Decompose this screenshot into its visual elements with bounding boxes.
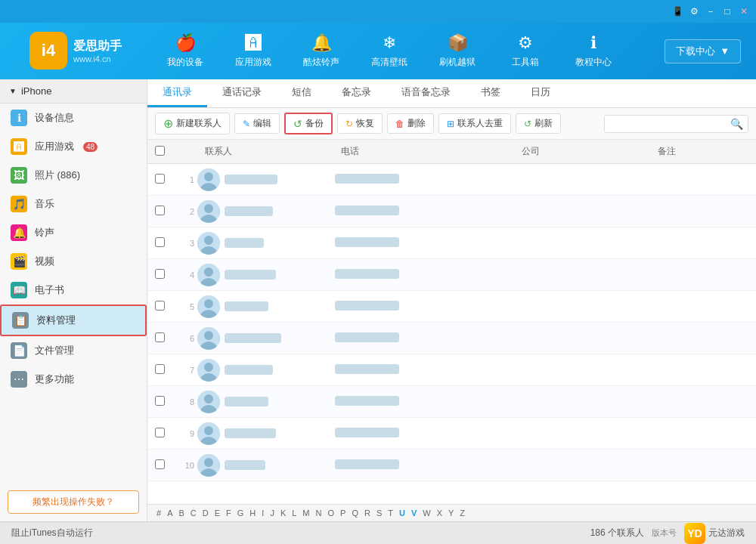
sidebar-item-apps[interactable]: 🅰 应用游戏48 [0, 132, 147, 161]
sidebar-item-device-info[interactable]: ℹ 设备信息 [0, 104, 147, 132]
sidebar-item-music[interactable]: 🎵 音乐 [0, 190, 147, 218]
sidebar-item-file-mgmt[interactable]: 📄 文件管理 [0, 336, 147, 365]
tab-sms[interactable]: 短信 [277, 79, 327, 107]
row-checkbox[interactable] [155, 459, 165, 469]
search-input[interactable] [609, 119, 730, 129]
alpha-W[interactable]: W [421, 508, 432, 518]
alpha-F[interactable]: F [225, 508, 233, 518]
contact-phone [335, 364, 399, 374]
alpha-I[interactable]: I [260, 508, 265, 518]
tab-voice-memo[interactable]: 语音备忘录 [386, 79, 466, 107]
row-name-col [197, 295, 335, 318]
tab-notes[interactable]: 备忘录 [327, 79, 386, 107]
alpha-N[interactable]: N [314, 508, 324, 518]
alpha-U[interactable]: U [398, 508, 407, 518]
alpha-G[interactable]: G [236, 508, 246, 518]
alpha-Z[interactable]: Z [458, 508, 466, 518]
dedup-button[interactable]: ⊞ 联系人去重 [438, 113, 511, 134]
alpha-B[interactable]: B [177, 508, 185, 518]
row-checkbox[interactable] [155, 428, 165, 437]
alpha-T[interactable]: T [386, 508, 395, 518]
alpha-Y[interactable]: Y [447, 508, 455, 518]
sidebar-item-more[interactable]: ⋯ 更多功能 [0, 365, 147, 394]
tab-bookmarks[interactable]: 书签 [466, 79, 516, 107]
sidebar-item-video[interactable]: 🎬 视频 [0, 247, 147, 276]
tab-call-log[interactable]: 通话记录 [207, 79, 277, 107]
table-row[interactable]: 9 [147, 418, 756, 450]
alpha-O[interactable]: O [326, 508, 336, 518]
row-phone-col [335, 396, 519, 407]
restore-button[interactable]: ↻ 恢复 [337, 113, 383, 134]
more-icon: ⋯ [11, 371, 27, 388]
select-all-checkbox[interactable] [155, 146, 165, 156]
alpha-M[interactable]: M [301, 508, 311, 518]
row-checkbox[interactable] [155, 206, 165, 215]
error-report-button[interactable]: 频繁出现操作失败？ [8, 490, 139, 514]
alpha-P[interactable]: P [339, 508, 347, 518]
statusbar: 阻止iTunes自动运行 186 个联系人 版本号 YD 元达游戏 [0, 521, 756, 544]
alpha-C[interactable]: C [189, 508, 198, 518]
table-row[interactable]: 3 [147, 227, 756, 259]
alpha-R[interactable]: R [363, 508, 372, 518]
row-checkbox[interactable] [155, 332, 165, 342]
row-checkbox[interactable] [155, 174, 165, 184]
alpha-K[interactable]: K [279, 508, 287, 518]
table-row[interactable]: 2 [147, 196, 756, 227]
alpha-A[interactable]: A [166, 508, 174, 518]
row-checkbox[interactable] [155, 301, 165, 311]
table-row[interactable]: 8 [147, 386, 756, 418]
data-mgmt-label: 资料管理 [36, 314, 76, 327]
nav-tab-ringtone[interactable]: 🔔 酷炫铃声 [287, 23, 355, 79]
row-checkbox-col [155, 206, 178, 218]
svg-point-1 [204, 172, 213, 181]
table-row[interactable]: 5 [147, 291, 756, 323]
sidebar-item-photos[interactable]: 🖼 照片 (886) [0, 161, 147, 190]
download-label: 下载中心 [676, 45, 715, 58]
alpha-E[interactable]: E [213, 508, 222, 518]
table-row[interactable]: 4 [147, 259, 756, 291]
alpha-V[interactable]: V [410, 508, 418, 518]
delete-icon: 🗑 [395, 119, 404, 129]
nav-tab-app-game[interactable]: 🅰 应用游戏 [219, 23, 287, 79]
backup-button[interactable]: ↺ 备份 [284, 113, 333, 134]
edit-button[interactable]: ✎ 编辑 [234, 113, 280, 134]
nav-tab-jailbreak[interactable]: 📦 刷机越狱 [423, 23, 491, 79]
search-box[interactable]: 🔍 [604, 115, 748, 133]
row-checkbox[interactable] [155, 237, 165, 247]
sidebar-item-data-mgmt[interactable]: 📋 资料管理 [0, 304, 147, 336]
alpha-H[interactable]: H [248, 508, 257, 518]
maximize-button[interactable]: □ [721, 5, 733, 17]
delete-label: 删除 [407, 117, 426, 130]
alpha-D[interactable]: D [201, 508, 210, 518]
row-checkbox[interactable] [155, 364, 165, 374]
row-checkbox[interactable] [155, 396, 165, 406]
alpha-L[interactable]: L [290, 508, 298, 518]
alpha-S[interactable]: S [375, 508, 383, 518]
table-row[interactable]: 6 [147, 323, 756, 354]
refresh-button[interactable]: ↺ 刷新 [516, 113, 561, 134]
tab-contacts[interactable]: 通讯录 [147, 79, 207, 107]
delete-button[interactable]: 🗑 删除 [387, 113, 434, 134]
alpha-Q[interactable]: Q [350, 508, 360, 518]
alpha-X[interactable]: X [435, 508, 444, 518]
nav-tab-my-device[interactable]: 🍎 我的设备 [151, 23, 219, 79]
close-button[interactable]: ✕ [738, 5, 750, 17]
version-text: 版本号 [652, 527, 677, 539]
minimize-button[interactable]: － [705, 5, 717, 17]
sidebar-item-ringtone[interactable]: 🔔 铃声 [0, 218, 147, 247]
row-checkbox[interactable] [155, 269, 165, 279]
new-contact-button[interactable]: ⊕ 新建联系人 [155, 113, 230, 134]
tab-calendar[interactable]: 日历 [516, 79, 565, 107]
ebook-icon: 📖 [11, 282, 27, 298]
device-header: ▼ iPhone [0, 79, 147, 104]
table-row[interactable]: 1 [147, 164, 756, 196]
nav-tab-tutorial[interactable]: ℹ 教程中心 [559, 23, 627, 79]
nav-tab-toolbox[interactable]: ⚙ 工具箱 [491, 23, 559, 79]
sidebar-item-ebook[interactable]: 📖 电子书 [0, 276, 147, 304]
download-center-button[interactable]: 下载中心 ▼ [665, 39, 741, 63]
alpha-#[interactable]: # [155, 508, 163, 518]
table-row[interactable]: 10 [147, 450, 756, 481]
alpha-J[interactable]: J [268, 508, 276, 518]
nav-tab-wallpaper[interactable]: ❄ 高清壁纸 [355, 23, 423, 79]
table-row[interactable]: 7 [147, 354, 756, 386]
